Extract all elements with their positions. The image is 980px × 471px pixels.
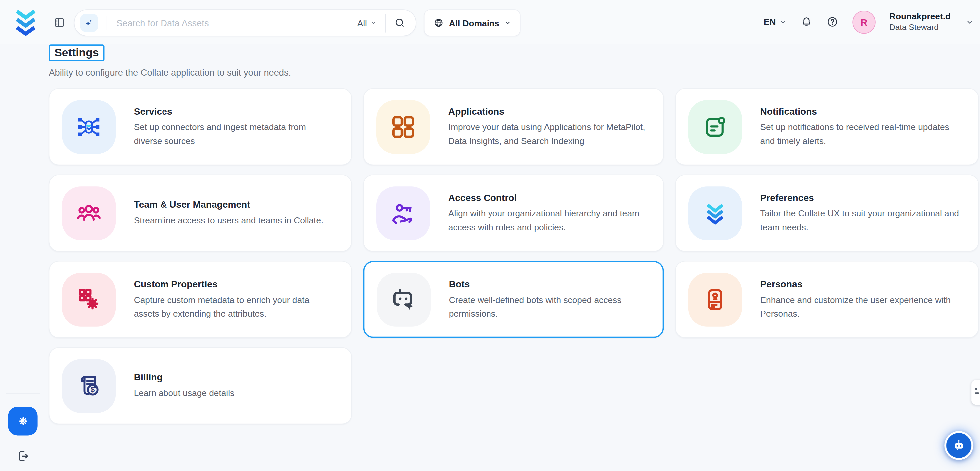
- left-nav-items: [0, 44, 47, 316]
- logout-icon[interactable]: [16, 449, 30, 463]
- avatar[interactable]: R: [853, 10, 875, 34]
- globe-icon: [433, 18, 444, 28]
- settings-card-bots[interactable]: BotsCreate well-defined bots with scoped…: [363, 261, 664, 338]
- settings-card-billing[interactable]: $BillingLearn about usage details: [49, 347, 352, 424]
- sidebar-toggle-icon[interactable]: [53, 16, 66, 29]
- header-right-group: EN R Rounakpreet.d D: [764, 0, 974, 44]
- card-title: Notifications: [760, 106, 962, 117]
- card-description: Set up connectors and ingest metadata fr…: [134, 121, 335, 148]
- all-domains-label: All Domains: [449, 18, 500, 28]
- sidebar-item-govern[interactable]: [17, 267, 30, 281]
- sidebar-item-home[interactable]: [17, 53, 30, 67]
- card-description: Enhance and customize the user experienc…: [760, 293, 962, 320]
- card-title: Access Control: [448, 192, 647, 203]
- sidebar-item-domains[interactable]: [17, 232, 30, 245]
- card-description: Improve your data using Applications for…: [448, 121, 647, 148]
- notification-note-icon: [688, 100, 742, 153]
- card-title: Services: [134, 106, 335, 117]
- sidebar-item-explore[interactable]: [17, 89, 30, 103]
- search-scope-dropdown[interactable]: All: [357, 18, 377, 28]
- users-group-icon: [62, 186, 116, 239]
- settings-card-team-user-management[interactable]: Team & User ManagementStreamline access …: [49, 175, 352, 252]
- ai-sparkle-icon[interactable]: [80, 14, 98, 32]
- svg-text:$: $: [91, 385, 95, 393]
- top-bar: All All Domains EN: [0, 0, 980, 44]
- sidebar-item-lineage[interactable]: [17, 125, 30, 138]
- edge-widget-icon: [975, 388, 977, 390]
- settings-card-services[interactable]: ServicesSet up connectors and ingest met…: [49, 88, 352, 165]
- language-label: EN: [764, 17, 776, 27]
- user-name: Rounakpreet.d: [889, 11, 951, 22]
- card-title: Applications: [448, 106, 647, 117]
- gear-icon: [15, 414, 30, 429]
- settings-card-preferences[interactable]: PreferencesTailor the Collate UX to suit…: [675, 175, 978, 252]
- chatbot-button[interactable]: [944, 431, 973, 460]
- grid-gear-icon: [62, 272, 116, 326]
- settings-card-applications[interactable]: ApplicationsImprove your data using Appl…: [363, 88, 664, 165]
- chatbot-icon: [951, 437, 967, 453]
- card-title: Personas: [760, 278, 962, 289]
- help-icon[interactable]: [826, 16, 839, 28]
- chevron-down-icon: [370, 19, 377, 26]
- search-icon[interactable]: [394, 17, 406, 29]
- page-title: Settings: [49, 44, 104, 61]
- collate-layers-icon: [688, 186, 742, 239]
- card-description: Tailor the Collate UX to suit your organ…: [760, 207, 962, 234]
- divider: [6, 393, 40, 394]
- persona-card-icon: [688, 272, 742, 326]
- card-title: Bots: [449, 278, 646, 289]
- chevron-down-icon: [780, 18, 786, 26]
- sidebar-item-settings[interactable]: [8, 407, 37, 435]
- card-title: Team & User Management: [134, 199, 324, 209]
- card-description: Set up notifications to received real-ti…: [760, 121, 962, 148]
- search-scope-label: All: [357, 18, 367, 28]
- card-title: Preferences: [760, 192, 962, 203]
- sidebar-item-glossary[interactable]: [17, 303, 30, 317]
- chevron-down-icon: [504, 19, 511, 26]
- user-menu-chevron-icon[interactable]: [966, 18, 974, 26]
- user-role: Data Steward: [889, 22, 951, 33]
- notifications-bell-icon[interactable]: [800, 16, 813, 28]
- services-network-icon: [62, 100, 116, 153]
- card-title: Billing: [134, 371, 234, 382]
- divider: [385, 13, 386, 32]
- billing-receipt-icon: $: [62, 359, 116, 412]
- card-description: Align with your organizational hierarchy…: [448, 207, 647, 234]
- language-selector[interactable]: EN: [764, 17, 786, 27]
- settings-card-notifications[interactable]: NotificationsSet up notifications to rec…: [675, 88, 978, 165]
- settings-card-custom-properties[interactable]: Custom PropertiesCapture custom metadata…: [49, 261, 352, 338]
- card-description: Learn about usage details: [134, 386, 234, 400]
- bot-face-icon: [377, 272, 431, 326]
- settings-card-personas[interactable]: PersonasEnhance and customize the user e…: [675, 261, 978, 338]
- settings-cards-grid: ServicesSet up connectors and ingest met…: [49, 88, 978, 424]
- edge-widget-button[interactable]: [971, 380, 980, 405]
- user-info[interactable]: Rounakpreet.d Data Steward: [889, 11, 951, 33]
- collate-logo-icon[interactable]: [13, 8, 38, 37]
- global-search-bar[interactable]: All: [73, 10, 416, 36]
- page-subtitle: Ability to configure the Collate applica…: [49, 68, 978, 78]
- sidebar-item-insights[interactable]: [17, 196, 30, 210]
- all-domains-dropdown[interactable]: All Domains: [424, 10, 521, 36]
- search-input[interactable]: [115, 18, 357, 29]
- key-hand-icon: [376, 186, 430, 239]
- sidebar-item-observability[interactable]: [17, 160, 30, 174]
- card-description: Capture custom metadata to enrich your d…: [134, 293, 335, 320]
- avatar-initial: R: [861, 17, 867, 27]
- settings-card-access-control[interactable]: Access ControlAlign with your organizati…: [363, 175, 664, 252]
- card-description: Streamline access to users and teams in …: [134, 214, 324, 227]
- divider: [105, 16, 106, 30]
- card-description: Create well-defined bots with scoped acc…: [449, 293, 646, 320]
- card-title: Custom Properties: [134, 278, 335, 289]
- settings-page: Settings Ability to configure the Collat…: [49, 44, 978, 424]
- collate-app: All All Domains EN: [0, 0, 980, 471]
- app-grid-icon: [376, 100, 430, 153]
- left-nav: [0, 44, 47, 471]
